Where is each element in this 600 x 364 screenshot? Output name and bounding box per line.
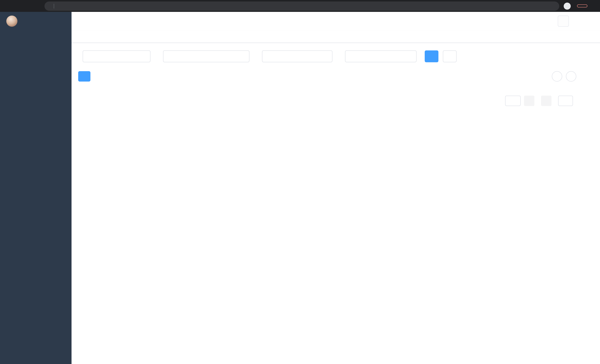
user-avatar[interactable] xyxy=(558,16,569,27)
apply-time-range-picker[interactable] xyxy=(163,50,249,62)
reason-input[interactable] xyxy=(345,50,417,62)
search-button[interactable] xyxy=(425,50,438,62)
filter-form xyxy=(78,50,576,62)
sidebar-filler xyxy=(0,30,72,364)
browser-menu-icon[interactable] xyxy=(587,1,597,11)
forward-button[interactable] xyxy=(13,1,22,11)
toolbar-right xyxy=(552,71,576,82)
prev-page-button[interactable] xyxy=(524,96,534,106)
incognito-icon xyxy=(564,2,571,9)
result-select[interactable] xyxy=(262,50,332,62)
page-content xyxy=(72,43,600,364)
next-page-button[interactable] xyxy=(541,96,552,106)
sidebar xyxy=(0,12,72,364)
navbar-actions xyxy=(530,16,572,27)
create-leave-button[interactable] xyxy=(78,71,90,82)
toggle-search-button[interactable] xyxy=(552,71,562,82)
address-divider xyxy=(54,3,54,8)
leave-type-select[interactable] xyxy=(83,50,150,62)
goto-page-input[interactable] xyxy=(558,96,573,106)
app-shell xyxy=(0,12,600,364)
back-button[interactable] xyxy=(3,1,13,11)
main-area xyxy=(72,12,600,364)
reset-button[interactable] xyxy=(443,50,457,62)
logo-avatar xyxy=(6,16,18,27)
incognito-badge xyxy=(564,2,573,9)
tags-view xyxy=(72,30,600,43)
home-button[interactable] xyxy=(32,1,41,11)
page-size-select[interactable] xyxy=(505,96,521,106)
browser-toolbar xyxy=(0,0,600,12)
logo[interactable] xyxy=(0,12,72,30)
update-button[interactable] xyxy=(577,4,587,7)
table-toolbar xyxy=(78,71,576,82)
refresh-table-button[interactable] xyxy=(566,71,576,82)
browser-window xyxy=(0,0,600,364)
pagination xyxy=(78,96,576,106)
navbar xyxy=(72,12,600,30)
reload-button[interactable] xyxy=(22,1,32,11)
address-bar[interactable] xyxy=(45,1,559,10)
